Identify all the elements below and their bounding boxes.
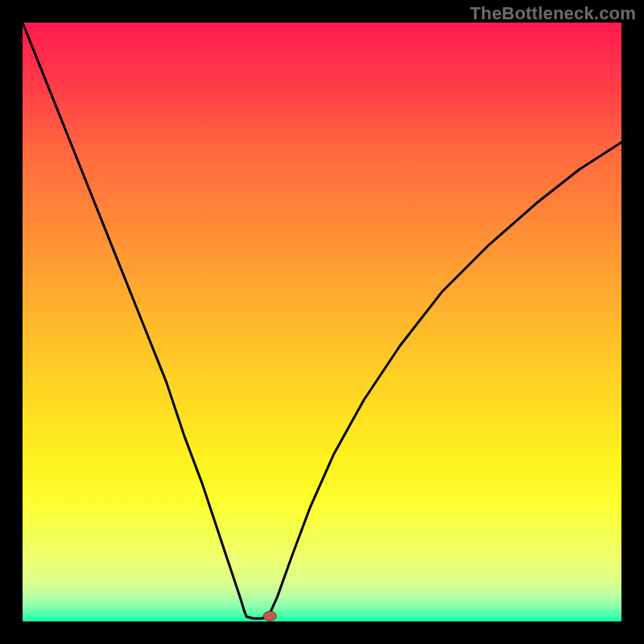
- optimal-point-marker: [263, 611, 276, 621]
- plot-area: [23, 23, 621, 621]
- watermark-text: TheBottleneck.com: [470, 3, 636, 24]
- plot-svg: [23, 23, 621, 621]
- chart-frame: TheBottleneck.com: [0, 0, 644, 644]
- gradient-background: [23, 23, 621, 621]
